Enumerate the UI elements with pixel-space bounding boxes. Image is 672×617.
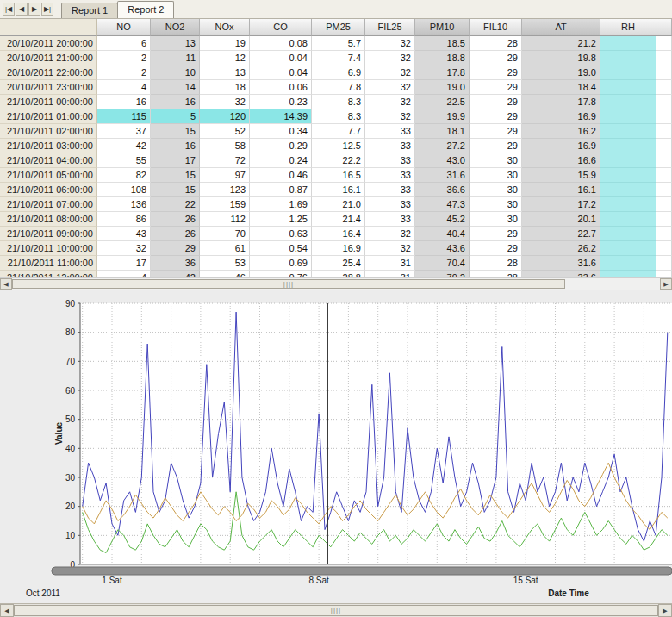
cell-AT[interactable]: 18.4 bbox=[522, 80, 600, 95]
cell-RH[interactable] bbox=[600, 212, 656, 227]
table-h-scrollbar[interactable]: ◀ |||| ▶ bbox=[0, 277, 672, 290]
cell-RH[interactable] bbox=[600, 271, 656, 277]
cell-CO[interactable]: 0.63 bbox=[250, 227, 312, 241]
cell-RH[interactable] bbox=[600, 51, 656, 65]
cell-PM25[interactable]: 25.4 bbox=[312, 256, 365, 271]
cell-NO[interactable]: 43 bbox=[97, 227, 151, 241]
cell-RH[interactable] bbox=[600, 153, 656, 168]
cell-FIL25[interactable]: 31 bbox=[365, 256, 415, 271]
cell-NOx[interactable]: 61 bbox=[200, 241, 250, 256]
cell-NO[interactable]: 4 bbox=[97, 271, 151, 277]
cell-PM10[interactable]: 27.2 bbox=[415, 139, 470, 153]
row-time-cell[interactable]: 21/10/2011 02:00:00 bbox=[0, 124, 97, 139]
cell-PM25[interactable]: 16.4 bbox=[312, 227, 365, 241]
column-header-NO[interactable]: NO bbox=[97, 19, 151, 36]
cell-FIL25[interactable]: 32 bbox=[365, 241, 415, 256]
cell-NO2[interactable]: 15 bbox=[151, 124, 200, 139]
column-header-time[interactable] bbox=[0, 19, 97, 36]
cell-FIL25[interactable]: 33 bbox=[365, 168, 415, 183]
cell-PM25[interactable]: 6.9 bbox=[312, 65, 365, 80]
cell-PM10[interactable]: 40.4 bbox=[415, 227, 470, 241]
cell-NOx[interactable]: 58 bbox=[200, 139, 250, 153]
cell-NO[interactable]: 17 bbox=[97, 256, 151, 271]
cell-RH[interactable] bbox=[600, 197, 656, 212]
cell-PM10[interactable]: 36.6 bbox=[415, 183, 470, 197]
row-time-cell[interactable]: 21/10/2011 01:00:00 bbox=[0, 109, 97, 124]
cell-AT[interactable]: 17.8 bbox=[522, 95, 600, 109]
row-time-cell[interactable]: 21/10/2011 10:00:00 bbox=[0, 241, 97, 256]
cell-NO[interactable]: 16 bbox=[97, 95, 151, 109]
cell-RH[interactable] bbox=[600, 65, 656, 80]
cell-AT[interactable]: 33.6 bbox=[522, 271, 600, 277]
cell-extra[interactable] bbox=[656, 153, 672, 168]
cell-NOx[interactable]: 72 bbox=[200, 153, 250, 168]
cell-PM10[interactable]: 17.8 bbox=[415, 65, 470, 80]
cell-NO2[interactable]: 5 bbox=[151, 109, 200, 124]
cell-FIL25[interactable]: 32 bbox=[365, 65, 415, 80]
cell-CO[interactable]: 14.39 bbox=[250, 109, 312, 124]
cell-FIL10[interactable]: 29 bbox=[470, 80, 522, 95]
cell-FIL10[interactable]: 29 bbox=[470, 139, 522, 153]
cell-extra[interactable] bbox=[656, 65, 672, 80]
cell-NOx[interactable]: 159 bbox=[200, 197, 250, 212]
column-header-PM25[interactable]: PM25 bbox=[312, 19, 365, 36]
cell-CO[interactable]: 0.23 bbox=[250, 95, 312, 109]
cell-RH[interactable] bbox=[600, 241, 656, 256]
cell-PM25[interactable]: 16.1 bbox=[312, 183, 365, 197]
scroll-left-icon[interactable]: ◀ bbox=[0, 278, 12, 290]
cell-PM10[interactable]: 18.8 bbox=[415, 51, 470, 65]
cell-extra[interactable] bbox=[656, 95, 672, 109]
cell-PM25[interactable]: 7.4 bbox=[312, 51, 365, 65]
row-time-cell[interactable]: 20/10/2011 21:00:00 bbox=[0, 51, 97, 65]
cell-PM25[interactable]: 21.4 bbox=[312, 212, 365, 227]
row-time-cell[interactable]: 21/10/2011 08:00:00 bbox=[0, 212, 97, 227]
row-time-cell[interactable]: 21/10/2011 03:00:00 bbox=[0, 139, 97, 153]
cell-CO[interactable]: 0.54 bbox=[250, 241, 312, 256]
cell-FIL25[interactable]: 33 bbox=[365, 212, 415, 227]
cell-RH[interactable] bbox=[600, 227, 656, 241]
cell-NOx[interactable]: 97 bbox=[200, 168, 250, 183]
cell-NO[interactable]: 86 bbox=[97, 212, 151, 227]
cell-FIL25[interactable]: 32 bbox=[365, 80, 415, 95]
cell-PM25[interactable]: 8.3 bbox=[312, 109, 365, 124]
cell-FIL25[interactable]: 33 bbox=[365, 124, 415, 139]
cell-extra[interactable] bbox=[656, 124, 672, 139]
cell-AT[interactable]: 15.9 bbox=[522, 168, 600, 183]
cell-FIL10[interactable]: 29 bbox=[470, 227, 522, 241]
cell-AT[interactable]: 26.2 bbox=[522, 241, 600, 256]
scroll-right-icon[interactable]: ▶ bbox=[658, 604, 672, 617]
cell-RH[interactable] bbox=[600, 109, 656, 124]
cell-NO2[interactable]: 16 bbox=[151, 139, 200, 153]
cell-FIL10[interactable]: 29 bbox=[470, 95, 522, 109]
cell-AT[interactable]: 16.6 bbox=[522, 153, 600, 168]
cell-CO[interactable]: 0.24 bbox=[250, 153, 312, 168]
cell-PM25[interactable]: 16.5 bbox=[312, 168, 365, 183]
cell-FIL10[interactable]: 29 bbox=[470, 65, 522, 80]
cell-NOx[interactable]: 112 bbox=[200, 212, 250, 227]
cell-AT[interactable]: 16.2 bbox=[522, 124, 600, 139]
cell-PM10[interactable]: 70.4 bbox=[415, 256, 470, 271]
cell-CO[interactable]: 0.06 bbox=[250, 80, 312, 95]
nav-prev-button[interactable]: ◀ bbox=[16, 3, 28, 16]
column-header-CO[interactable]: CO bbox=[250, 19, 312, 36]
cell-PM10[interactable]: 31.6 bbox=[415, 168, 470, 183]
nav-last-button[interactable]: ▶| bbox=[41, 3, 53, 16]
cell-NO2[interactable]: 16 bbox=[151, 95, 200, 109]
cell-PM25[interactable]: 7.8 bbox=[312, 80, 365, 95]
cell-FIL10[interactable]: 30 bbox=[470, 168, 522, 183]
cell-PM25[interactable]: 22.2 bbox=[312, 153, 365, 168]
row-time-cell[interactable]: 21/10/2011 07:00:00 bbox=[0, 197, 97, 212]
row-time-cell[interactable]: 21/10/2011 11:00:00 bbox=[0, 256, 97, 271]
cell-extra[interactable] bbox=[656, 271, 672, 277]
scroll-right-icon[interactable]: ▶ bbox=[660, 278, 672, 290]
cell-FIL10[interactable]: 29 bbox=[470, 51, 522, 65]
cell-NO[interactable]: 108 bbox=[97, 183, 151, 197]
column-header-NO2[interactable]: NO2 bbox=[151, 19, 200, 36]
cell-FIL25[interactable]: 32 bbox=[365, 51, 415, 65]
row-time-cell[interactable]: 20/10/2011 20:00:00 bbox=[0, 36, 97, 51]
cell-NOx[interactable]: 19 bbox=[200, 36, 250, 51]
cell-FIL10[interactable]: 28 bbox=[470, 271, 522, 277]
cell-FIL10[interactable]: 28 bbox=[470, 256, 522, 271]
cell-NOx[interactable]: 120 bbox=[200, 109, 250, 124]
cell-NO2[interactable]: 17 bbox=[151, 153, 200, 168]
